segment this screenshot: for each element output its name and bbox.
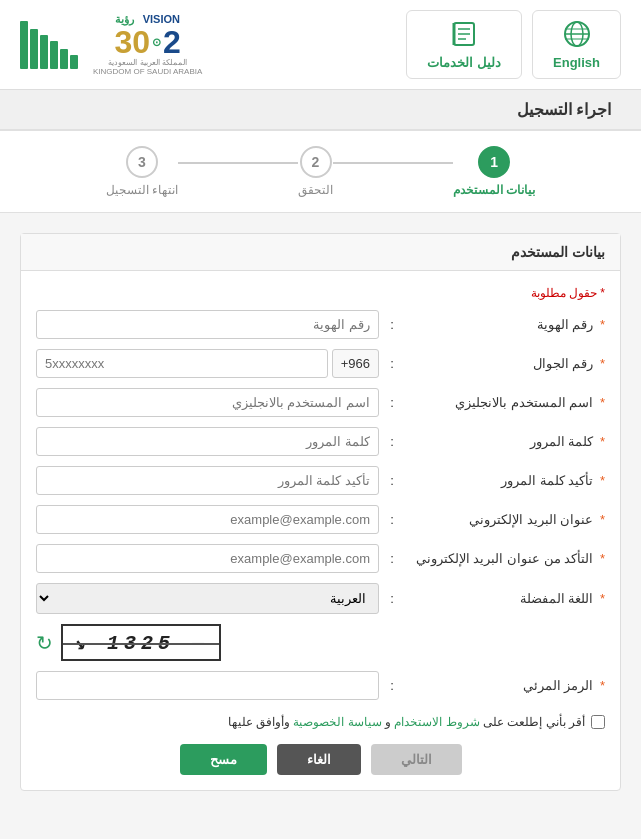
confirm-password-label: * تأكيد كلمة المرور bbox=[405, 473, 605, 488]
password-input[interactable] bbox=[36, 427, 379, 456]
password-input-wrapper bbox=[36, 427, 379, 456]
step-2-circle: 2 bbox=[300, 146, 332, 178]
section-body: * حقول مطلوبة * رقم الهوية : * رقم الجوا… bbox=[21, 271, 620, 790]
stepper: 1 بيانات المستخدم 2 التحقق 3 انتهاء التس… bbox=[0, 131, 641, 213]
step-1-label: بيانات المستخدم bbox=[453, 183, 535, 197]
id-row: * رقم الهوية : bbox=[36, 310, 605, 339]
password-label: * كلمة المرور bbox=[405, 434, 605, 449]
phone-label: * رقم الجوال bbox=[405, 356, 605, 371]
kingdom-label: المملكة العربية السعودية KINGDOM OF SAUD… bbox=[93, 58, 202, 76]
required-note: * حقول مطلوبة bbox=[36, 286, 605, 300]
language-label: * اللغة المفضلة bbox=[405, 591, 605, 606]
vision-middle: ⊙ bbox=[152, 36, 161, 49]
email-row: * عنوان البريد الإلكتروني : bbox=[36, 505, 605, 534]
username-input-wrapper bbox=[36, 388, 379, 417]
id-input-wrapper bbox=[36, 310, 379, 339]
bar4 bbox=[40, 35, 48, 69]
email-input[interactable] bbox=[36, 505, 379, 534]
bar6 bbox=[20, 21, 28, 69]
step-3-label: انتهاء التسجيل bbox=[106, 183, 178, 197]
privacy-link[interactable]: سياسة الخصوصية bbox=[293, 715, 381, 729]
vision-2030: 2 ⊙ 30 bbox=[114, 26, 180, 58]
vision-year-first: 2 bbox=[163, 26, 181, 58]
username-row: * اسم المستخدم بالانجليزي : bbox=[36, 388, 605, 417]
buttons-row: التالي الغاء مسح bbox=[36, 744, 605, 775]
step-1-circle: 1 bbox=[478, 146, 510, 178]
bar5 bbox=[30, 29, 38, 69]
captcha-image-wrapper: ↻ ↘ 1325 — bbox=[36, 624, 379, 661]
terms-checkbox[interactable] bbox=[591, 715, 605, 729]
bar1 bbox=[70, 55, 78, 69]
username-input[interactable] bbox=[36, 388, 379, 417]
captcha-input[interactable] bbox=[36, 671, 379, 700]
captcha-display: ↻ ↘ 1325 — bbox=[36, 624, 379, 661]
id-label: * رقم الهوية bbox=[405, 317, 605, 332]
bar-chart-logo bbox=[20, 21, 78, 69]
services-button[interactable]: دليل الخدمات bbox=[406, 10, 522, 79]
confirm-email-row: * التأكد من عنوان البريد الإلكتروني : bbox=[36, 544, 605, 573]
english-button[interactable]: English bbox=[532, 10, 621, 79]
brand-logo bbox=[20, 21, 78, 69]
id-input[interactable] bbox=[36, 310, 379, 339]
phone-group: +966 bbox=[36, 349, 379, 378]
step-2-label: التحقق bbox=[298, 183, 333, 197]
book-icon bbox=[449, 19, 479, 49]
terms-row: أقر بأني إطلعت على شروط الاستخدام و سياس… bbox=[36, 715, 605, 729]
user-data-card: بيانات المستخدم * حقول مطلوبة * رقم الهو… bbox=[20, 233, 621, 791]
step-3: 3 انتهاء التسجيل bbox=[106, 146, 178, 197]
main-content: بيانات المستخدم * حقول مطلوبة * رقم الهو… bbox=[0, 213, 641, 826]
step-1: 1 بيانات المستخدم bbox=[453, 146, 535, 197]
language-row: * اللغة المفضلة : العربية bbox=[36, 583, 605, 614]
phone-input[interactable] bbox=[36, 349, 328, 378]
vision-logo: VISION رؤية 2 ⊙ 30 المملكة العربية السعو… bbox=[93, 13, 202, 76]
vision-year-second: 30 bbox=[114, 26, 150, 58]
globe-icon bbox=[562, 19, 592, 49]
password-row: * كلمة المرور : bbox=[36, 427, 605, 456]
header: English دليل الخدمات VISION رؤية 2 bbox=[0, 0, 641, 90]
confirm-email-input-wrapper bbox=[36, 544, 379, 573]
step-3-circle: 3 bbox=[126, 146, 158, 178]
confirm-email-label: * التأكد من عنوان البريد الإلكتروني bbox=[405, 551, 605, 566]
captcha-input-wrapper bbox=[36, 671, 379, 700]
terms-link[interactable]: شروط الاستخدام bbox=[394, 715, 479, 729]
terms-text: أقر بأني إطلعت على شروط الاستخدام و سياس… bbox=[228, 715, 585, 729]
captcha-image: ↘ 1325 — bbox=[61, 624, 221, 661]
page-title: اجراء التسجيل bbox=[30, 100, 611, 119]
username-label: * اسم المستخدم بالانجليزي bbox=[405, 395, 605, 410]
step-2: 2 التحقق bbox=[298, 146, 333, 197]
bar3 bbox=[50, 41, 58, 69]
confirm-email-input[interactable] bbox=[36, 544, 379, 573]
phone-row: * رقم الجوال : +966 bbox=[36, 349, 605, 378]
clear-button[interactable]: مسح bbox=[180, 744, 267, 775]
phone-input-wrapper: +966 bbox=[36, 349, 379, 378]
captcha-image-row: ↻ ↘ 1325 — bbox=[36, 624, 605, 661]
confirm-password-row: * تأكيد كلمة المرور : bbox=[36, 466, 605, 495]
page-title-bar: اجراء التسجيل bbox=[0, 90, 641, 131]
captcha-label: * الرمز المرئي bbox=[405, 678, 605, 693]
logo-area: VISION رؤية 2 ⊙ 30 المملكة العربية السعو… bbox=[20, 13, 202, 76]
header-nav: English دليل الخدمات bbox=[406, 10, 621, 79]
step-line-1 bbox=[333, 162, 453, 164]
english-label: English bbox=[553, 55, 600, 70]
phone-prefix: +966 bbox=[332, 349, 379, 378]
email-input-wrapper bbox=[36, 505, 379, 534]
refresh-captcha-button[interactable]: ↻ bbox=[36, 631, 53, 655]
confirm-password-input[interactable] bbox=[36, 466, 379, 495]
language-input-wrapper: العربية bbox=[36, 583, 379, 614]
step-line-2 bbox=[178, 162, 298, 164]
next-button[interactable]: التالي bbox=[371, 744, 462, 775]
stepper-inner: 1 بيانات المستخدم 2 التحقق 3 انتهاء التس… bbox=[40, 146, 601, 197]
confirm-password-input-wrapper bbox=[36, 466, 379, 495]
captcha-input-row: * الرمز المرئي : bbox=[36, 671, 605, 700]
bar2 bbox=[60, 49, 68, 69]
email-label: * عنوان البريد الإلكتروني bbox=[405, 512, 605, 527]
language-select[interactable]: العربية bbox=[36, 583, 379, 614]
services-label: دليل الخدمات bbox=[427, 55, 501, 70]
section-title: بيانات المستخدم bbox=[21, 234, 620, 271]
cancel-button[interactable]: الغاء bbox=[277, 744, 361, 775]
